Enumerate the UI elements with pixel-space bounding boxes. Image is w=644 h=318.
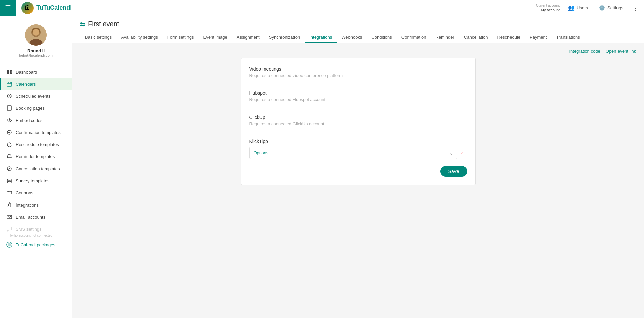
divider-2 <box>249 109 467 109</box>
tab-payment[interactable]: Payment <box>525 32 551 43</box>
sidebar-item-label: Dashboard <box>16 70 37 75</box>
tab-confirmation[interactable]: Confirmation <box>397 32 431 43</box>
settings-icon: ⚙️ <box>599 5 605 11</box>
page-title: First event <box>88 20 119 28</box>
tab-cancellation[interactable]: Cancellation <box>459 32 493 43</box>
sidebar-item-reminder-templates[interactable]: Reminder templates <box>0 150 72 163</box>
main-content: ⇆ First event Basic settings Availabilit… <box>72 16 644 318</box>
sidebar-item-label: Coupons <box>16 190 33 195</box>
svg-point-25 <box>7 179 11 180</box>
embed-codes-icon <box>6 117 12 123</box>
sidebar-item-confirmation-templates[interactable]: Confirmation templates <box>0 126 72 138</box>
sidebar-item-label: Embed codes <box>16 118 43 123</box>
klicktipp-select-wrapper: Options ⌄ <box>249 147 457 159</box>
tab-reschedule[interactable]: Reschedule <box>492 32 525 43</box>
hamburger-button[interactable]: ☰ <box>0 0 16 16</box>
users-nav-item[interactable]: 👥 Users <box>565 3 591 13</box>
svg-point-5 <box>33 29 39 36</box>
svg-point-31 <box>8 243 11 246</box>
tab-basic-settings[interactable]: Basic settings <box>80 32 116 43</box>
save-row: Save <box>249 166 467 177</box>
action-links: Integration code Open event link <box>80 49 636 54</box>
svg-rect-9 <box>10 72 12 74</box>
booking-pages-icon <box>6 105 12 111</box>
sidebar-item-label: Confirmation templates <box>16 130 61 135</box>
sidebar-item-survey-templates[interactable]: Survey templates <box>0 175 72 187</box>
tab-translations[interactable]: Translations <box>551 32 584 43</box>
sidebar-item-label: SMS settings <box>16 227 42 232</box>
email-accounts-icon <box>6 214 12 220</box>
video-meetings-description: Requires a connected video conference pl… <box>249 73 467 78</box>
save-button[interactable]: Save <box>440 166 467 177</box>
tab-integrations[interactable]: Integrations <box>305 32 337 43</box>
video-meetings-section: Video meetings Requires a connected vide… <box>249 66 467 78</box>
logo-icon: 🗓 <box>21 2 34 14</box>
sidebar-item-label: Calendars <box>16 82 36 87</box>
sidebar-item-calendars[interactable]: Calendars <box>0 78 72 90</box>
tab-form-settings[interactable]: Form settings <box>163 32 199 43</box>
divider-1 <box>249 85 467 85</box>
tab-event-image[interactable]: Event image <box>199 32 232 43</box>
svg-rect-29 <box>7 215 12 219</box>
hubspot-description: Requires a connected Hubspot account <box>249 97 467 102</box>
scheduled-events-icon <box>6 93 12 99</box>
sidebar-item-label: TuCalendi packages <box>16 242 55 247</box>
clickup-title: ClickUp <box>249 115 467 120</box>
sidebar-item-sms-settings: SMS settings <box>0 223 72 235</box>
cancellation-templates-icon <box>6 166 12 172</box>
more-button[interactable]: ⋮ <box>631 3 640 13</box>
avatar <box>25 24 47 46</box>
open-event-link[interactable]: Open event link <box>606 49 636 54</box>
sidebar-item-cancellation-templates[interactable]: Cancellation templates <box>0 163 72 175</box>
sidebar-item-scheduled-events[interactable]: Scheduled events <box>0 90 72 102</box>
klicktipp-section: KlickTipp Options ⌄ ← <box>249 139 467 159</box>
integration-code-link[interactable]: Integration code <box>569 49 600 54</box>
users-label: Users <box>577 5 588 10</box>
page-title-icon: ⇆ <box>80 20 85 28</box>
user-name: Round II <box>27 48 45 53</box>
hubspot-section: Hubspot Requires a connected Hubspot acc… <box>249 90 467 102</box>
user-email: help@tucalendi.com <box>19 53 53 57</box>
hubspot-title: Hubspot <box>249 90 467 96</box>
sidebar-item-label: Integrations <box>16 202 39 208</box>
user-profile: Round II help@tucalendi.com <box>0 20 72 63</box>
tab-availability-settings[interactable]: Availability settings <box>116 32 163 43</box>
page-title-area: ⇆ First event <box>80 20 636 28</box>
svg-rect-7 <box>10 70 12 72</box>
sidebar-item-dashboard[interactable]: Dashboard <box>0 66 72 78</box>
sidebar-item-embed-codes[interactable]: Embed codes <box>0 114 72 126</box>
current-account-name: My account <box>536 8 560 12</box>
users-icon: 👥 <box>568 5 575 11</box>
sidebar-item-coupons[interactable]: Coupons <box>0 187 72 199</box>
tab-conditions[interactable]: Conditions <box>367 32 396 43</box>
red-arrow-right-annotation: ← <box>460 149 467 157</box>
tab-webhooks[interactable]: Webhooks <box>337 32 367 43</box>
sidebar-item-reschedule-templates[interactable]: Reschedule templates <box>0 138 72 150</box>
tab-assignment[interactable]: Assignment <box>232 32 264 43</box>
sidebar: Round II help@tucalendi.com Dashboard Ca… <box>0 16 72 318</box>
tab-reminder[interactable]: Reminder <box>431 32 459 43</box>
sidebar-item-tucalendi-packages[interactable]: TuCalendi packages <box>0 239 72 251</box>
sidebar-item-integrations[interactable]: Integrations <box>0 199 72 211</box>
sidebar-item-label: Booking pages <box>16 106 45 111</box>
page-header: ⇆ First event Basic settings Availabilit… <box>72 16 644 43</box>
sms-settings-sub: Twilio account not connected <box>9 234 72 239</box>
svg-point-28 <box>8 204 10 206</box>
content-area: Integration code Open event link Video m… <box>72 43 644 318</box>
sidebar-item-label: Reminder templates <box>16 154 55 159</box>
svg-line-19 <box>9 118 10 122</box>
avatar-image <box>25 24 47 46</box>
packages-icon <box>6 242 12 248</box>
logo-text: TuTuCalendi <box>36 4 72 11</box>
settings-nav-item[interactable]: ⚙️ Settings <box>596 3 626 13</box>
integrations-card: Video meetings Requires a connected vide… <box>241 58 476 185</box>
integrations-icon <box>6 202 12 208</box>
video-meetings-title: Video meetings <box>249 66 467 72</box>
tab-synchronization[interactable]: Synchronization <box>264 32 305 43</box>
sidebar-item-label: Cancellation templates <box>16 166 60 171</box>
sidebar-item-booking-pages[interactable]: Booking pages <box>0 102 72 114</box>
sidebar-item-email-accounts[interactable]: Email accounts <box>0 211 72 223</box>
sms-settings-icon <box>6 226 12 232</box>
klicktipp-select[interactable]: Options <box>250 147 457 159</box>
confirmation-templates-icon <box>6 129 12 135</box>
